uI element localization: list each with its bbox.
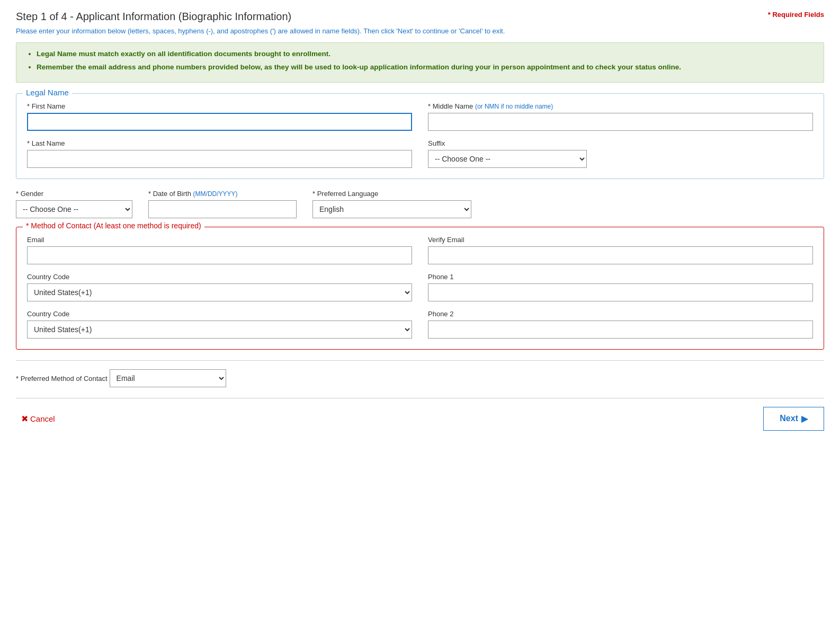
verify-email-input[interactable] [428, 246, 813, 264]
verify-email-col: Verify Email [428, 236, 813, 264]
notice-box: Legal Name must match exactly on all ide… [16, 42, 824, 83]
notice-line2: Remember the email address and phone num… [37, 63, 814, 73]
middle-name-input[interactable] [428, 113, 813, 131]
email-col: Email [27, 236, 412, 264]
middle-name-label: * Middle Name (or NMN if no middle name) [428, 102, 813, 110]
phone2-input[interactable] [428, 321, 813, 339]
personal-info-row: * Gender -- Choose One --MaleFemale * Da… [16, 190, 824, 218]
name-row-2: * Last Name Suffix -- Choose One --Jr.Sr… [27, 139, 813, 168]
email-row: Email Verify Email [27, 236, 813, 264]
dob-label: * Date of Birth (MM/DD/YYYY) [148, 190, 297, 198]
phone2-col: Phone 2 [428, 310, 813, 339]
middle-name-col: * Middle Name (or NMN if no middle name) [428, 102, 813, 131]
country-code2-col: Country Code United States(+1)Canada(+1)… [27, 310, 412, 339]
suffix-select[interactable]: -- Choose One --Jr.Sr.IIIIIIVV [428, 150, 587, 168]
next-button[interactable]: Next ▶ [763, 407, 824, 431]
lang-label: * Preferred Language [312, 190, 471, 198]
pref-method-select[interactable]: EmailPhone [110, 369, 226, 387]
notice-line1: Legal Name must match exactly on all ide… [37, 49, 814, 59]
middle-name-hint: (or NMN if no middle name) [475, 103, 553, 110]
country-code1-label: Country Code [27, 273, 412, 281]
page-header: Step 1 of 4 - Applicant Information (Bio… [16, 11, 824, 23]
page-title: Step 1 of 4 - Applicant Information (Bio… [16, 11, 291, 23]
cancel-label: Cancel [30, 414, 55, 423]
method-of-contact-section: * Method of Contact (At least one method… [16, 227, 824, 350]
phone1-label: Phone 1 [428, 273, 813, 281]
lang-col: * Preferred Language EnglishSpanishFrenc… [312, 190, 471, 218]
phone1-col: Phone 1 [428, 273, 813, 301]
next-label: Next [780, 414, 798, 423]
phone2-label: Phone 2 [428, 310, 813, 318]
cancel-button[interactable]: ✖ Cancel [16, 411, 60, 427]
phone1-input[interactable] [428, 283, 813, 301]
name-row-1: * First Name * Middle Name (or NMN if no… [27, 102, 813, 131]
dob-input[interactable] [148, 200, 297, 218]
dob-hint: (MM/DD/YYYY) [193, 190, 238, 198]
next-arrow-icon: ▶ [801, 414, 808, 424]
legal-name-legend: Legal Name [23, 88, 72, 97]
footer-bar: ✖ Cancel Next ▶ [16, 398, 824, 431]
last-name-input[interactable] [27, 150, 412, 168]
info-text: Please enter your information below (let… [16, 27, 824, 35]
lang-select[interactable]: EnglishSpanishFrenchChineseOther [312, 200, 471, 218]
verify-email-label: Verify Email [428, 236, 813, 244]
country-code1-select[interactable]: United States(+1)Canada(+1)Mexico(+52)Un… [27, 283, 412, 301]
suffix-col: Suffix -- Choose One --Jr.Sr.IIIIIIVV [428, 139, 587, 168]
required-star: * [768, 11, 771, 19]
pref-method-label: * Preferred Method of Contact [16, 375, 108, 382]
country-code1-col: Country Code United States(+1)Canada(+1)… [27, 273, 412, 301]
suffix-label: Suffix [428, 139, 587, 147]
pref-method-row: * Preferred Method of Contact EmailPhone [16, 369, 824, 387]
country-code2-select[interactable]: United States(+1)Canada(+1)Mexico(+52)Un… [27, 321, 412, 339]
country-code2-label: Country Code [27, 310, 412, 318]
required-fields-note: * Required Fields [768, 11, 824, 19]
legal-name-section: Legal Name * First Name * Middle Name (o… [16, 93, 824, 179]
email-label: Email [27, 236, 412, 244]
contact-legend: * Method of Contact (At least one method… [23, 221, 204, 230]
gender-label: * Gender [16, 190, 132, 198]
first-name-input[interactable] [27, 113, 412, 131]
phone1-row: Country Code United States(+1)Canada(+1)… [27, 273, 813, 301]
gender-select[interactable]: -- Choose One --MaleFemale [16, 200, 132, 218]
email-input[interactable] [27, 246, 412, 264]
section-divider [16, 360, 824, 361]
first-name-col: * First Name [27, 102, 412, 131]
last-name-label: * Last Name [27, 139, 412, 147]
gender-col: * Gender -- Choose One --MaleFemale [16, 190, 132, 218]
cancel-icon: ✖ [21, 414, 28, 424]
first-name-label: * First Name [27, 102, 412, 110]
dob-col: * Date of Birth (MM/DD/YYYY) [148, 190, 297, 218]
phone2-row: Country Code United States(+1)Canada(+1)… [27, 310, 813, 339]
last-name-col: * Last Name [27, 139, 412, 168]
